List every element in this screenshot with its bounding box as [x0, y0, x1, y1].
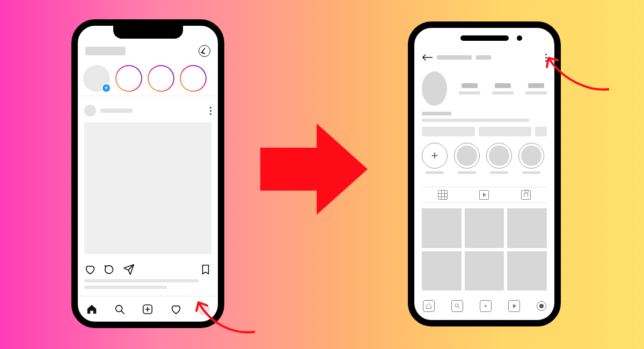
post-more-options-icon[interactable]	[210, 107, 211, 115]
post-thumbnail[interactable]	[507, 251, 547, 291]
post-thumbnail[interactable]	[507, 208, 547, 248]
share-icon[interactable]	[123, 264, 135, 275]
post-actions-row	[78, 261, 218, 278]
profile-button-primary[interactable]	[422, 127, 475, 136]
highlight-item[interactable]	[486, 143, 512, 174]
username-placeholder-secondary	[476, 55, 491, 60]
stat-posts[interactable]	[459, 83, 480, 94]
bottom-nav	[414, 296, 554, 316]
profile-button-secondary[interactable]	[479, 127, 532, 136]
messenger-icon[interactable]	[199, 45, 210, 57]
add-story-badge[interactable]: +	[101, 83, 111, 93]
home-icon[interactable]	[86, 303, 98, 315]
activity-heart-icon[interactable]	[170, 303, 182, 315]
more-options-icon[interactable]	[545, 54, 547, 62]
story-item[interactable]	[115, 65, 142, 92]
posts-grid	[422, 208, 547, 290]
phone-notch	[113, 26, 183, 39]
comment-icon[interactable]	[104, 264, 115, 275]
post-thumbnail[interactable]	[422, 251, 462, 291]
home-icon[interactable]	[423, 300, 435, 312]
your-story[interactable]: +	[83, 65, 110, 92]
feed-phone-mockup: +	[71, 19, 224, 328]
post-thumbnail[interactable]	[465, 251, 504, 291]
transition-arrow	[255, 118, 373, 220]
profile-bio-placeholder	[422, 112, 547, 122]
post-caption-placeholder	[84, 279, 211, 289]
profile-content-tabs	[422, 187, 547, 203]
highlight-add[interactable]: +	[422, 143, 448, 174]
stat-following[interactable]	[525, 83, 547, 94]
profile-phone-mockup: +	[408, 21, 561, 326]
like-icon[interactable]	[84, 264, 96, 275]
phone-camera-dot	[517, 35, 522, 41]
post-header	[78, 101, 218, 120]
plus-icon: +	[431, 149, 438, 163]
reels-icon[interactable]	[508, 300, 520, 312]
messenger-bolt-glyph	[201, 48, 208, 54]
grid-tab-icon[interactable]	[438, 190, 448, 200]
svg-point-0	[116, 305, 122, 311]
stat-followers[interactable]	[492, 83, 514, 94]
search-icon[interactable]	[451, 300, 463, 312]
stories-row: +	[78, 61, 218, 96]
svg-point-2	[455, 304, 458, 307]
highlight-item[interactable]	[454, 143, 480, 174]
post-thumbnail[interactable]	[465, 208, 504, 248]
username-placeholder	[437, 55, 472, 60]
profile-icon[interactable]	[537, 301, 546, 311]
app-logo-placeholder	[85, 47, 126, 55]
post-author-name-placeholder[interactable]	[100, 108, 133, 113]
create-icon[interactable]	[142, 303, 153, 315]
story-item[interactable]	[148, 65, 174, 92]
search-icon[interactable]	[114, 303, 126, 315]
post-image-placeholder[interactable]	[84, 122, 211, 254]
profile-stats-row	[422, 70, 547, 107]
feed-header	[78, 43, 218, 59]
bottom-nav	[78, 296, 218, 322]
story-highlights-row: +	[422, 143, 547, 174]
post-author-avatar[interactable]	[84, 105, 96, 117]
profile-header	[414, 49, 554, 66]
create-icon[interactable]	[480, 300, 492, 312]
profile-button-suggestions[interactable]	[535, 127, 547, 136]
back-arrow-icon[interactable]	[422, 54, 433, 61]
profile-action-buttons	[422, 127, 547, 136]
post-thumbnail[interactable]	[422, 208, 462, 248]
profile-avatar[interactable]	[422, 71, 447, 106]
bookmark-icon[interactable]	[200, 264, 211, 275]
phone-speaker-pill	[460, 35, 509, 41]
reels-tab-icon[interactable]	[479, 190, 489, 200]
tagged-tab-icon[interactable]	[521, 190, 531, 200]
story-item[interactable]	[180, 65, 207, 92]
profile-tab-avatar[interactable]	[198, 303, 210, 315]
highlight-item[interactable]	[518, 143, 544, 174]
